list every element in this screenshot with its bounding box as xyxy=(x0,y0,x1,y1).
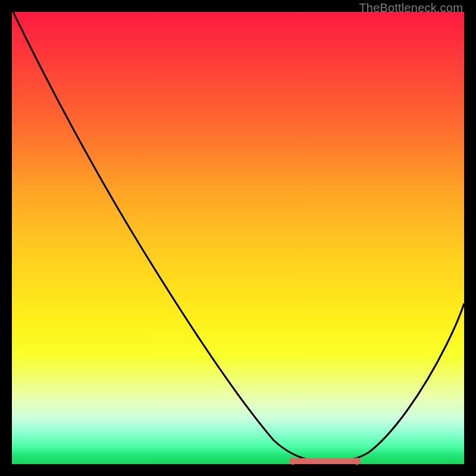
plot-area xyxy=(12,12,464,464)
curve-path xyxy=(13,12,464,462)
bottleneck-curve xyxy=(12,12,464,464)
valley-marker xyxy=(292,458,357,464)
chart-frame: TheBottleneck.com xyxy=(0,0,476,476)
valley-dot-left xyxy=(289,458,296,465)
valley-dot-right xyxy=(353,458,361,465)
